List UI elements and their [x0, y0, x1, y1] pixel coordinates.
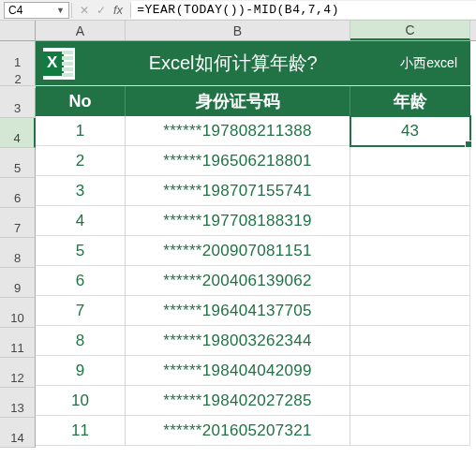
banner-author: 小西excel [400, 55, 470, 72]
column-headers: A B C [0, 21, 476, 41]
cell-no[interactable]: 8 [36, 326, 126, 356]
cell-no[interactable]: 7 [36, 296, 126, 326]
row-header[interactable]: 14 [0, 418, 36, 448]
cell-no[interactable]: 1 [36, 116, 126, 146]
column-header-a[interactable]: A [36, 21, 126, 40]
banner-title: Excel如何计算年龄? [75, 51, 400, 76]
table-row: 10******198402027285 [36, 386, 470, 416]
cell-id[interactable]: ******198404042099 [126, 356, 350, 386]
row-header[interactable]: 5 [0, 148, 36, 178]
header-no[interactable]: No [36, 86, 126, 116]
cell-age[interactable] [350, 296, 470, 326]
row-header[interactable]: 9 [0, 268, 36, 298]
formula-bar: C4 ▼ ✕ ✓ fx [0, 0, 476, 21]
cell-id[interactable]: ******198003262344 [126, 326, 350, 356]
cell-age[interactable] [350, 416, 470, 446]
formula-input[interactable] [131, 1, 476, 19]
table-row: 4******197708188319 [36, 206, 470, 236]
cell-id[interactable]: ******198707155741 [126, 176, 350, 206]
confirm-icon[interactable]: ✓ [97, 4, 106, 17]
fx-icon[interactable]: fx [113, 3, 123, 17]
cell-id[interactable]: ******201605207321 [126, 416, 350, 446]
cell-age[interactable]: 43 [350, 116, 470, 146]
row-header[interactable]: 11 [0, 328, 36, 358]
banner: X Excel如何计算年龄? 小西excel [36, 41, 470, 86]
cell-age[interactable] [350, 236, 470, 266]
name-box-value: C4 [8, 4, 22, 17]
header-id[interactable]: 身份证号码 [126, 86, 350, 116]
row-header[interactable]: 4 [0, 118, 36, 148]
cell-id[interactable]: ******197808211388 [126, 116, 350, 146]
row-header[interactable]: 12 [0, 358, 36, 388]
table-header-row: No 身份证号码 年龄 [36, 86, 470, 116]
table-row: 3******198707155741 [36, 176, 470, 206]
cell-no[interactable]: 6 [36, 266, 126, 296]
select-all-corner[interactable] [0, 21, 36, 40]
cell-id[interactable]: ******200406139062 [126, 266, 350, 296]
name-box[interactable]: C4 ▼ [4, 2, 69, 19]
table-row: 5******200907081151 [36, 236, 470, 266]
row-header[interactable]: 13 [0, 388, 36, 418]
cell-age[interactable] [350, 266, 470, 296]
row-header[interactable]: 6 [0, 178, 36, 208]
excel-logo-icon: X [43, 48, 75, 80]
cell-no[interactable]: 5 [36, 236, 126, 266]
cell-no[interactable]: 2 [36, 146, 126, 176]
grid[interactable]: X Excel如何计算年龄? 小西excel No 身份证号码 年龄 1****… [36, 41, 476, 448]
cell-age[interactable] [350, 326, 470, 356]
table-row: 11******201605207321 [36, 416, 470, 446]
table-row: 7******196404137705 [36, 296, 470, 326]
name-box-dropdown-icon[interactable]: ▼ [56, 6, 65, 15]
cell-age[interactable] [350, 176, 470, 206]
cell-age[interactable] [350, 386, 470, 416]
row-header[interactable]: 3 [0, 88, 36, 118]
row-headers: 1 2 3 4 5 6 7 8 9 10 11 12 13 14 [0, 41, 36, 448]
table-row: 9******198404042099 [36, 356, 470, 386]
formula-bar-buttons: ✕ ✓ fx [72, 3, 130, 17]
row-header[interactable]: 10 [0, 298, 36, 328]
cell-no[interactable]: 10 [36, 386, 126, 416]
cell-id[interactable]: ******196404137705 [126, 296, 350, 326]
cell-age[interactable] [350, 146, 470, 176]
cell-age[interactable] [350, 206, 470, 236]
cell-no[interactable]: 9 [36, 356, 126, 386]
cell-id[interactable]: ******197708188319 [126, 206, 350, 236]
table-row: 1******19780821138843 [36, 116, 470, 146]
row-header[interactable]: 8 [0, 238, 36, 268]
cell-age[interactable] [350, 356, 470, 386]
table-row: 8******198003262344 [36, 326, 470, 356]
table-row: 2******196506218801 [36, 146, 470, 176]
cell-no[interactable]: 3 [36, 176, 126, 206]
cell-id[interactable]: ******200907081151 [126, 236, 350, 266]
row-header[interactable]: 7 [0, 208, 36, 238]
column-header-c[interactable]: C [350, 21, 470, 40]
header-age[interactable]: 年龄 [350, 86, 470, 116]
cancel-icon[interactable]: ✕ [80, 4, 89, 17]
cell-id[interactable]: ******198402027285 [126, 386, 350, 416]
table-row: 6******200406139062 [36, 266, 470, 296]
column-header-b[interactable]: B [126, 21, 350, 40]
cell-id[interactable]: ******196506218801 [126, 146, 350, 176]
cell-no[interactable]: 4 [36, 206, 126, 236]
cell-no[interactable]: 11 [36, 416, 126, 446]
